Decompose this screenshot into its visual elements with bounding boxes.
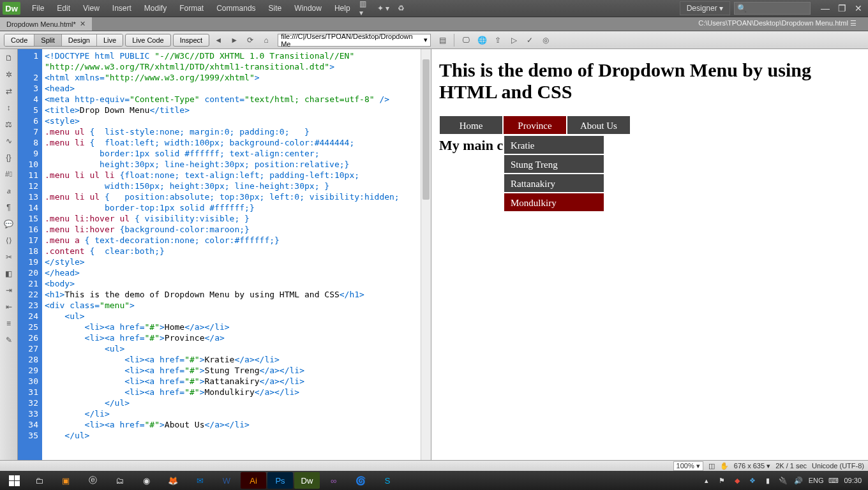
sync-icon[interactable]: ♻: [394, 2, 408, 15]
menu-format[interactable]: Format: [173, 1, 210, 15]
list-icon[interactable]: ▤: [435, 34, 449, 47]
globe-icon[interactable]: 🌐: [475, 34, 489, 47]
view-design-button[interactable]: Design: [62, 34, 97, 46]
tab-close-icon[interactable]: ✕: [80, 20, 86, 28]
toolbar: Code Split Design Live Live Code Inspect…: [0, 31, 868, 49]
minimize-button[interactable]: —: [818, 3, 832, 14]
maximize-button[interactable]: ❐: [835, 3, 849, 14]
app-logo: Dw: [3, 2, 20, 15]
menu-file[interactable]: File: [26, 1, 50, 15]
address-bar[interactable]: file:///C|/Users/TPOAN/Desktop/Dropdown …: [278, 34, 431, 47]
forward-icon[interactable]: ►: [227, 34, 241, 47]
layout-icon[interactable]: ▥ ▾: [359, 2, 373, 15]
menu-commands[interactable]: Commands: [210, 1, 262, 15]
menu-modify[interactable]: Modify: [138, 1, 173, 15]
check-icon[interactable]: ✓: [523, 34, 537, 47]
inspect-button[interactable]: Inspect: [173, 34, 209, 47]
menu-view[interactable]: View: [77, 1, 106, 15]
close-button[interactable]: ✕: [851, 3, 865, 14]
workspace-selector[interactable]: Designer ▾: [680, 1, 730, 15]
search-input[interactable]: 🔍: [734, 2, 811, 15]
upload-icon[interactable]: ⇪: [491, 34, 505, 47]
menu-window[interactable]: Window: [288, 1, 328, 15]
extend-icon[interactable]: ✦ ▾: [377, 2, 391, 15]
view-code-button[interactable]: Code: [4, 34, 34, 46]
validate-icon[interactable]: ▷: [507, 34, 521, 47]
document-path: C:\Users\TPOAN\Desktop\Dropdown Menu.htm…: [692, 17, 868, 31]
doc-tools-icon[interactable]: ☰: [850, 19, 857, 27]
menu-help[interactable]: Help: [328, 1, 357, 15]
browser-icon[interactable]: 🖵: [459, 34, 473, 47]
menu-edit[interactable]: Edit: [50, 1, 77, 15]
live-code-button[interactable]: Live Code: [125, 34, 171, 47]
menu-insert[interactable]: Insert: [106, 1, 138, 15]
view-switcher: Code Split Design Live: [4, 34, 123, 47]
menu-site[interactable]: Site: [262, 1, 288, 15]
document-tab-label: Dropdown Menu.html*: [6, 20, 76, 28]
back-icon[interactable]: ◄: [211, 34, 225, 47]
view-live-button[interactable]: Live: [97, 34, 123, 46]
document-tab[interactable]: Dropdown Menu.html* ✕: [0, 17, 93, 31]
document-tabbar: Dropdown Menu.html* ✕ C:\Users\TPOAN\Des…: [0, 17, 868, 31]
menubar: Dw File Edit View Insert Modify Format C…: [0, 0, 868, 17]
home-icon[interactable]: ⌂: [259, 34, 273, 47]
options-icon[interactable]: ◎: [539, 34, 553, 47]
refresh-icon[interactable]: ⟳: [243, 34, 257, 47]
view-split-button[interactable]: Split: [34, 34, 61, 46]
